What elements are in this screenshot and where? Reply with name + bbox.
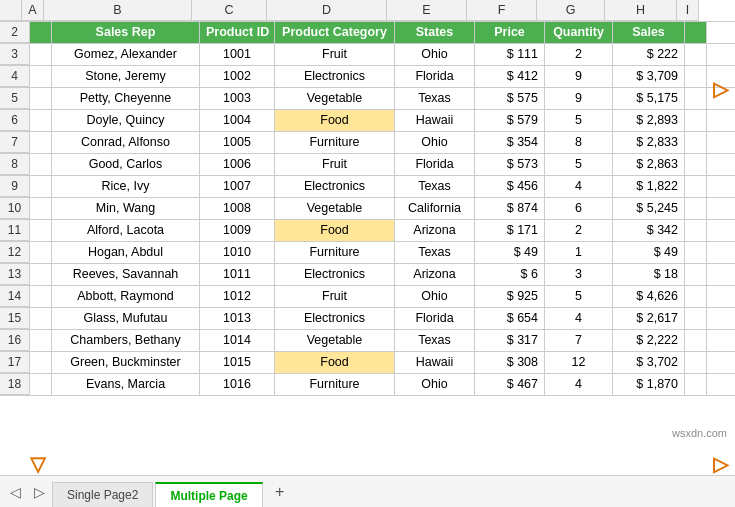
cell-product-id[interactable]: 1012 [200, 286, 275, 307]
cell-sales[interactable]: $ 49 [613, 242, 685, 263]
cell-sales-rep[interactable]: Green, Buckminster [52, 352, 200, 373]
cell-product-id[interactable]: 1005 [200, 132, 275, 153]
cell-price[interactable]: $ 575 [475, 88, 545, 109]
header-product-category[interactable]: Product Category [275, 22, 395, 43]
cell-sales[interactable]: $ 5,175 [613, 88, 685, 109]
cell-a[interactable] [30, 242, 52, 263]
cell-product-category[interactable]: Furniture [275, 132, 395, 153]
cell-product-id[interactable]: 1015 [200, 352, 275, 373]
cell-quantity[interactable]: 2 [545, 44, 613, 65]
col-header-d[interactable]: D [267, 0, 387, 21]
col-header-a[interactable]: A [22, 0, 44, 21]
cell-a[interactable] [30, 88, 52, 109]
cell-quantity[interactable]: 12 [545, 352, 613, 373]
cell-product-id[interactable]: 1002 [200, 66, 275, 87]
tab-nav-next[interactable]: ▷ [28, 481, 50, 503]
cell-sales-rep[interactable]: Good, Carlos [52, 154, 200, 175]
cell-quantity[interactable]: 9 [545, 66, 613, 87]
cell-sales-rep[interactable]: Reeves, Savannah [52, 264, 200, 285]
cell-price[interactable]: $ 111 [475, 44, 545, 65]
cell-price[interactable]: $ 874 [475, 198, 545, 219]
cell-price[interactable]: $ 579 [475, 110, 545, 131]
cell-product-id[interactable]: 1001 [200, 44, 275, 65]
cell-product-category[interactable]: Food [275, 110, 395, 131]
cell-sales-rep[interactable]: Chambers, Bethany [52, 330, 200, 351]
cell-product-id[interactable]: 1006 [200, 154, 275, 175]
cell-a[interactable] [30, 44, 52, 65]
cell-sales-rep[interactable]: Rice, Ivy [52, 176, 200, 197]
cell-quantity[interactable]: 5 [545, 110, 613, 131]
cell-sales[interactable]: $ 18 [613, 264, 685, 285]
cell-sales[interactable]: $ 222 [613, 44, 685, 65]
cell-a[interactable] [30, 198, 52, 219]
cell-sales[interactable]: $ 2,617 [613, 308, 685, 329]
cell-product-category[interactable]: Vegetable [275, 330, 395, 351]
cell-product-id[interactable]: 1008 [200, 198, 275, 219]
cell-quantity[interactable]: 2 [545, 220, 613, 241]
cell-price[interactable]: $ 171 [475, 220, 545, 241]
cell-product-category[interactable]: Fruit [275, 44, 395, 65]
cell-product-category[interactable]: Food [275, 352, 395, 373]
cell-a[interactable] [30, 220, 52, 241]
cell-quantity[interactable]: 8 [545, 132, 613, 153]
header-quantity[interactable]: Quantity [545, 22, 613, 43]
cell-price[interactable]: $ 925 [475, 286, 545, 307]
cell-states[interactable]: Florida [395, 66, 475, 87]
cell-product-id[interactable]: 1016 [200, 374, 275, 395]
cell-quantity[interactable]: 1 [545, 242, 613, 263]
cell-sales-rep[interactable]: Doyle, Quincy [52, 110, 200, 131]
cell-sales[interactable]: $ 5,245 [613, 198, 685, 219]
header-col-a[interactable] [30, 22, 52, 43]
cell-price[interactable]: $ 354 [475, 132, 545, 153]
cell-sales[interactable]: $ 3,709 [613, 66, 685, 87]
col-header-f[interactable]: F [467, 0, 537, 21]
cell-sales-rep[interactable]: Evans, Marcia [52, 374, 200, 395]
cell-quantity[interactable]: 7 [545, 330, 613, 351]
cell-product-category[interactable]: Food [275, 220, 395, 241]
cell-a[interactable] [30, 308, 52, 329]
cell-product-id[interactable]: 1009 [200, 220, 275, 241]
cell-sales[interactable]: $ 3,702 [613, 352, 685, 373]
cell-sales-rep[interactable]: Gomez, Alexander [52, 44, 200, 65]
cell-quantity[interactable]: 5 [545, 286, 613, 307]
cell-a[interactable] [30, 352, 52, 373]
cell-product-category[interactable]: Vegetable [275, 88, 395, 109]
scroll-arrow-down-left[interactable]: ▽ [28, 455, 46, 473]
cell-quantity[interactable]: 3 [545, 264, 613, 285]
cell-a[interactable] [30, 132, 52, 153]
cell-sales-rep[interactable]: Conrad, Alfonso [52, 132, 200, 153]
header-sales[interactable]: Sales [613, 22, 685, 43]
cell-sales[interactable]: $ 2,833 [613, 132, 685, 153]
tab-nav-prev[interactable]: ◁ [4, 481, 26, 503]
cell-price[interactable]: $ 49 [475, 242, 545, 263]
col-header-b[interactable]: B [44, 0, 192, 21]
cell-product-category[interactable]: Furniture [275, 374, 395, 395]
cell-product-id[interactable]: 1007 [200, 176, 275, 197]
cell-a[interactable] [30, 330, 52, 351]
cell-states[interactable]: Texas [395, 176, 475, 197]
cell-quantity[interactable]: 5 [545, 154, 613, 175]
cell-price[interactable]: $ 308 [475, 352, 545, 373]
cell-product-id[interactable]: 1003 [200, 88, 275, 109]
scroll-arrow-right-bottom[interactable]: ▷ [711, 455, 729, 473]
col-header-h[interactable]: H [605, 0, 677, 21]
cell-sales-rep[interactable]: Petty, Cheyenne [52, 88, 200, 109]
cell-sales[interactable]: $ 2,893 [613, 110, 685, 131]
header-product-id[interactable]: Product ID [200, 22, 275, 43]
cell-product-id[interactable]: 1004 [200, 110, 275, 131]
cell-a[interactable] [30, 154, 52, 175]
cell-states[interactable]: Hawaii [395, 352, 475, 373]
cell-sales-rep[interactable]: Glass, Mufutau [52, 308, 200, 329]
cell-a[interactable] [30, 110, 52, 131]
tab-add-button[interactable]: + [269, 481, 291, 503]
cell-a[interactable] [30, 176, 52, 197]
header-states[interactable]: States [395, 22, 475, 43]
cell-sales-rep[interactable]: Hogan, Abdul [52, 242, 200, 263]
cell-sales[interactable]: $ 342 [613, 220, 685, 241]
cell-sales-rep[interactable]: Stone, Jeremy [52, 66, 200, 87]
cell-product-category[interactable]: Vegetable [275, 198, 395, 219]
cell-product-category[interactable]: Fruit [275, 154, 395, 175]
cell-states[interactable]: Arizona [395, 264, 475, 285]
cell-product-category[interactable]: Furniture [275, 242, 395, 263]
cell-product-id[interactable]: 1013 [200, 308, 275, 329]
